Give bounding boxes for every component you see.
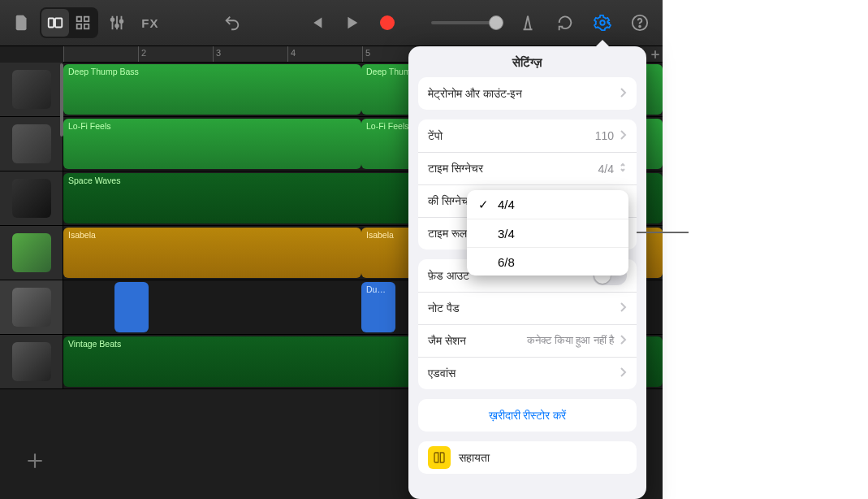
metronome-button[interactable]	[512, 7, 544, 39]
view-grid-button[interactable]	[69, 9, 97, 37]
track-header[interactable]	[0, 63, 63, 116]
row-help[interactable]: सहायता	[418, 441, 637, 474]
chevron-right-icon	[619, 334, 627, 348]
add-section-button[interactable]	[647, 46, 663, 63]
settings-button[interactable]	[586, 7, 619, 39]
view-tracks-button[interactable]	[41, 9, 69, 37]
chevron-right-icon	[619, 87, 627, 101]
track-header[interactable]	[0, 280, 63, 334]
view-segmented	[40, 7, 98, 38]
callout-leader	[637, 232, 689, 233]
record-icon	[380, 15, 395, 30]
region[interactable]: Isabela	[63, 228, 361, 278]
picker-option[interactable]: 6/8	[467, 247, 628, 276]
transport	[300, 7, 404, 39]
volume-knob[interactable]	[489, 15, 503, 30]
record-button[interactable]	[371, 7, 404, 39]
svg-point-9	[600, 20, 605, 25]
svg-rect-0	[49, 19, 54, 28]
row-metronome[interactable]: मेट्रोनोम और काउंट-इन	[418, 77, 637, 110]
mixer-button[interactable]	[101, 7, 132, 39]
restore-purchases-button[interactable]: ख़रीदारी रीस्टोर करें	[418, 399, 637, 432]
region[interactable]: Deep Thump Bass	[63, 64, 361, 115]
svg-point-6	[110, 19, 114, 22]
chevron-right-icon	[619, 302, 627, 315]
go-to-start-button[interactable]	[300, 7, 332, 39]
book-icon	[428, 446, 451, 469]
fx-button[interactable]: FX	[135, 7, 165, 39]
region[interactable]	[114, 282, 149, 332]
svg-rect-4	[77, 24, 82, 29]
chevron-right-icon	[619, 129, 627, 143]
chevron-right-icon	[619, 367, 627, 380]
vertical-scrollbar[interactable]	[60, 63, 63, 137]
region[interactable]: Lo-Fi Feels	[63, 119, 361, 169]
updown-icon	[619, 162, 627, 176]
row-advanced[interactable]: एडवांस	[418, 357, 637, 389]
track-header[interactable]	[0, 171, 63, 225]
svg-rect-1	[55, 19, 62, 28]
svg-point-11	[639, 26, 641, 28]
picker-option[interactable]: ✓ 4/4	[467, 190, 628, 219]
row-tempo[interactable]: टेंपो 110	[418, 119, 637, 152]
check-icon: ✓	[478, 197, 489, 212]
row-time-signature[interactable]: टाइम सिग्नेचर 4/4	[418, 152, 637, 184]
track-header[interactable]	[0, 335, 63, 388]
region[interactable]: Du…	[361, 282, 395, 332]
svg-rect-2	[77, 17, 82, 22]
row-jam-session[interactable]: जैम सेशन कनेक्ट किया हुआ नहीं है	[418, 324, 637, 357]
my-songs-button[interactable]	[6, 7, 37, 39]
svg-rect-5	[84, 24, 89, 29]
panel-title: सेटिंग्ज़	[408, 46, 646, 77]
toolbar: FX	[0, 0, 663, 46]
svg-point-8	[119, 20, 123, 23]
master-volume-slider[interactable]	[431, 21, 502, 24]
time-signature-picker: ✓ 4/4 3/4 6/8	[467, 190, 628, 276]
undo-button[interactable]	[218, 7, 248, 39]
track-header[interactable]	[0, 226, 63, 280]
help-button[interactable]	[624, 7, 656, 39]
add-track-button[interactable]	[16, 442, 54, 479]
svg-point-7	[115, 24, 119, 28]
loop-browser-button[interactable]	[549, 7, 581, 39]
play-button[interactable]	[335, 7, 368, 39]
svg-rect-3	[84, 17, 89, 22]
picker-option[interactable]: 3/4	[467, 219, 628, 247]
row-notepad[interactable]: नोट पैड	[418, 292, 637, 324]
track-header[interactable]	[0, 117, 63, 171]
